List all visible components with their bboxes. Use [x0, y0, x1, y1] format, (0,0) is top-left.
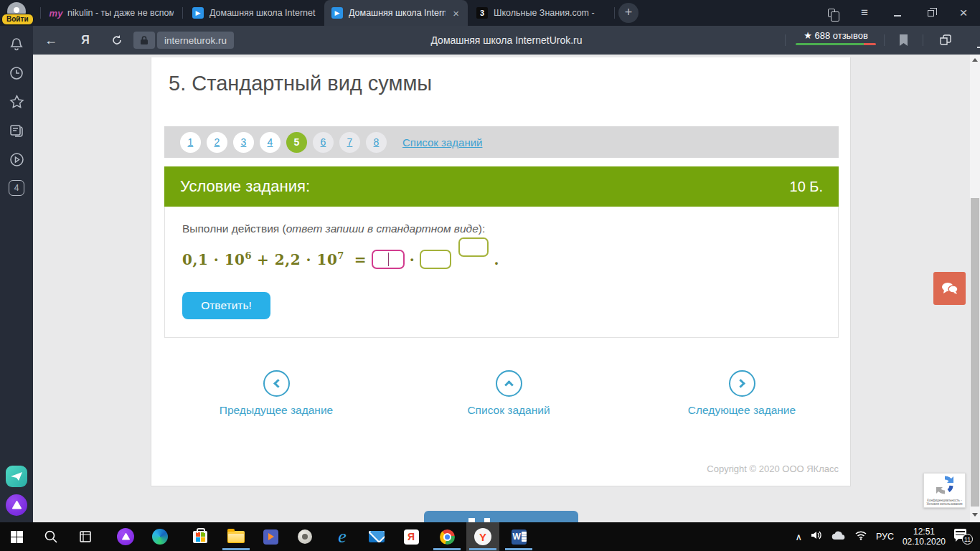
tab-title: Школьные Знания.com -: [494, 8, 606, 18]
separator: [923, 34, 923, 46]
wifi-icon[interactable]: [854, 530, 867, 543]
edge-icon[interactable]: [143, 522, 176, 551]
page-number-4[interactable]: 4: [260, 132, 281, 153]
yandex-browser-icon[interactable]: Y: [466, 522, 499, 551]
scroll-up-arrow[interactable]: [972, 58, 978, 62]
answer-input-mantissa-focused[interactable]: [372, 250, 405, 269]
clock[interactable]: 12:51 02.10.2020: [903, 527, 946, 547]
chevron-right-icon[interactable]: [729, 370, 755, 397]
formula-period: .: [494, 251, 499, 268]
tab-4[interactable]: 3 Школьные Знания.com -: [469, 0, 613, 26]
alice-taskbar-icon[interactable]: [109, 522, 142, 551]
prev-task-label: Предыдущее задание: [220, 404, 333, 416]
url-box[interactable]: interneturok.ru: [157, 32, 234, 49]
minimize-icon[interactable]: [881, 0, 914, 26]
movies-tv-icon[interactable]: [254, 522, 287, 551]
task-condition-header: Условие задания: 10 Б.: [164, 166, 839, 207]
new-tab-button[interactable]: +: [618, 3, 639, 23]
task-list[interactable]: Список заданий: [437, 370, 580, 417]
yandex-icon[interactable]: Я: [73, 26, 98, 55]
collections-icon[interactable]: [931, 26, 960, 55]
close-tab-icon[interactable]: ×: [451, 7, 461, 19]
window-controls: ≡ ×: [815, 0, 980, 26]
rating-bar: [796, 43, 876, 45]
onedrive-cloud-icon[interactable]: [831, 530, 846, 543]
tab-separator: [182, 7, 183, 19]
answer-button[interactable]: Ответить!: [182, 292, 270, 319]
page-scrollbar[interactable]: [970, 55, 980, 522]
notifications-bell-icon[interactable]: [0, 33, 33, 56]
page-number-2[interactable]: 2: [207, 132, 227, 153]
page-number-5-current[interactable]: 5: [286, 132, 307, 153]
start-button-icon[interactable]: [0, 522, 33, 551]
chrome-icon[interactable]: [430, 522, 463, 551]
search-icon[interactable]: [34, 522, 67, 551]
tab-panel-icon[interactable]: [815, 0, 848, 26]
store-icon[interactable]: [184, 522, 217, 551]
page-number-6[interactable]: 6: [313, 132, 334, 153]
feed-cards-icon[interactable]: [0, 119, 33, 142]
copyright: Copyright © 2020 ООО ЯКласс: [707, 463, 839, 474]
browser-menu-icon[interactable]: ≡: [848, 0, 881, 26]
system-tray: ∧ РУС 12:51 02.10.2020 11: [795, 522, 980, 551]
answer-input-base[interactable]: [420, 250, 451, 269]
page-content: 5. Стандартный вид суммы 1 2 3 4 5 6 7 8…: [33, 55, 970, 522]
task-list-link[interactable]: Список заданий: [402, 136, 482, 149]
video-play-icon[interactable]: [0, 148, 33, 171]
camera-icon[interactable]: [288, 522, 321, 551]
chat-bubbles-icon: [941, 281, 958, 296]
restore-window-icon[interactable]: [914, 0, 947, 26]
bookmarks-star-icon[interactable]: [0, 90, 33, 113]
tab-title: nikulin - ты даже не вспом: [67, 8, 174, 18]
close-window-icon[interactable]: ×: [947, 0, 980, 26]
language-indicator[interactable]: РУС: [876, 532, 894, 542]
chat-support-button[interactable]: [933, 272, 966, 305]
tray-expand-icon[interactable]: ∧: [795, 532, 802, 542]
page-number-3[interactable]: 3: [233, 132, 254, 153]
recaptcha-badge[interactable]: Конфиденциальность - Условия использован…: [923, 473, 966, 508]
page-title-centered: Домашняя школа InternetUrok.ru: [284, 26, 729, 55]
page-number-7[interactable]: 7: [339, 132, 360, 153]
volume-icon[interactable]: [811, 530, 823, 543]
equals-sign: =: [354, 251, 367, 268]
download-icon[interactable]: ↓: [967, 26, 980, 55]
page-number-8[interactable]: 8: [366, 132, 387, 153]
lock-icon[interactable]: [133, 32, 155, 49]
tabs-counter-icon[interactable]: 4: [0, 176, 33, 199]
chevron-up-icon[interactable]: [496, 370, 522, 397]
task-view-icon[interactable]: [69, 522, 102, 551]
recaptcha-privacy: Конфиденциальность - Условия использован…: [924, 499, 965, 506]
word-icon[interactable]: W: [502, 522, 535, 551]
reviews-widget[interactable]: ★ 688 отзывов: [796, 30, 876, 45]
next-task[interactable]: Следующее задание: [670, 370, 814, 417]
internet-explorer-icon[interactable]: e: [326, 522, 359, 551]
multiplication-dot: ·: [410, 251, 415, 268]
scrollbar-thumb[interactable]: [971, 198, 979, 507]
tab-title: Домашняя школа Intern: [349, 8, 446, 18]
page-number-1[interactable]: 1: [180, 132, 201, 153]
history-clock-icon[interactable]: [0, 62, 33, 85]
tab-3-active[interactable]: ▶ Домашняя школа Intern ×: [324, 0, 468, 26]
back-icon[interactable]: ←: [39, 26, 63, 55]
task-pagination: 1 2 3 4 5 6 7 8 Список заданий: [164, 126, 839, 158]
tray-time: 12:51: [903, 527, 946, 537]
tab-1[interactable]: my nikulin - ты даже не вспом: [43, 0, 181, 26]
scroll-down-arrow[interactable]: [972, 513, 978, 517]
browser-sidebar: 4: [0, 26, 33, 522]
file-explorer-icon[interactable]: [220, 522, 253, 551]
login-badge[interactable]: Войти: [1, 14, 34, 25]
action-center-icon[interactable]: 11: [954, 529, 973, 545]
prev-task[interactable]: Предыдущее задание: [204, 370, 348, 417]
tab-2[interactable]: ▶ Домашняя школа Internet: [185, 0, 323, 26]
formula-mid: + 2,2 · 107: [257, 250, 344, 268]
chevron-left-icon[interactable]: [263, 370, 290, 397]
refresh-icon[interactable]: [105, 26, 129, 55]
bookmark-flag-icon[interactable]: [891, 26, 915, 55]
yandex-app-icon[interactable]: Я: [395, 522, 428, 551]
tabs-count: 4: [9, 180, 24, 196]
answer-input-exponent[interactable]: [458, 237, 489, 257]
lesson-card: 5. Стандартный вид суммы 1 2 3 4 5 6 7 8…: [151, 57, 851, 486]
mail-icon[interactable]: [360, 522, 393, 551]
messenger-icon[interactable]: [0, 465, 33, 488]
alice-assistant-icon[interactable]: [0, 494, 33, 517]
